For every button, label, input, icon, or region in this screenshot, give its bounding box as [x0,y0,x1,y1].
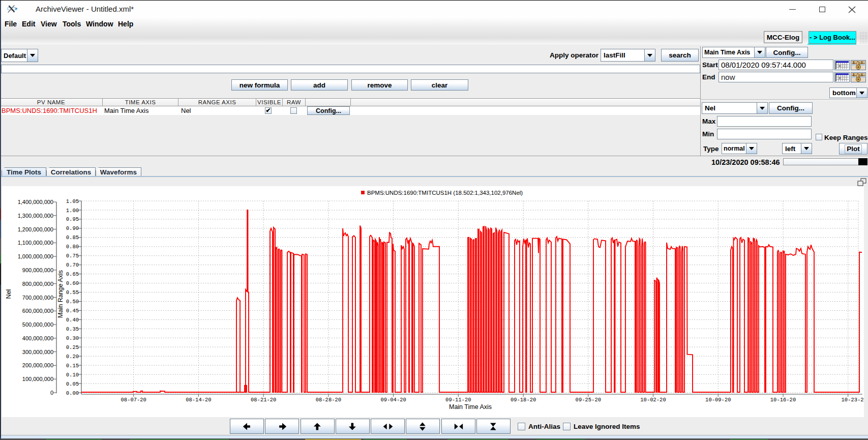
svg-text:0.45: 0.45 [66,308,79,314]
svg-text:08-28-20: 08-28-20 [316,397,341,403]
svg-text:0.55: 0.55 [66,289,79,296]
svg-text:400,000,000: 400,000,000 [22,335,53,341]
svg-text:100,000,000: 100,000,000 [22,376,53,382]
svg-text:500,000,000: 500,000,000 [22,321,53,328]
svg-text:0.90: 0.90 [66,225,79,231]
svg-text:0.05: 0.05 [66,381,79,387]
svg-text:10-16-20: 10-16-20 [770,397,796,403]
svg-text:0.65: 0.65 [66,271,79,277]
svg-text:0.35: 0.35 [66,326,79,332]
svg-text:08-21-20: 08-21-20 [251,397,276,403]
svg-text:10-02-20: 10-02-20 [640,397,666,403]
svg-text:1,400,000,000: 1,400,000,000 [18,199,53,205]
svg-text:0.20: 0.20 [66,354,79,360]
svg-text:09-18-20: 09-18-20 [511,397,536,403]
svg-text:0.95: 0.95 [66,216,79,222]
svg-text:Main Time Axis: Main Time Axis [449,403,492,410]
svg-text:1,100,000,000: 1,100,000,000 [18,240,53,246]
svg-text:1,200,000,000: 1,200,000,000 [18,226,53,232]
svg-text:1.00: 1.00 [66,208,79,214]
svg-text:600,000,000: 600,000,000 [22,308,53,314]
svg-text:08-07-20: 08-07-20 [121,397,146,403]
svg-text:10-23-20: 10-23-20 [841,397,864,403]
svg-text:700,000,000: 700,000,000 [22,295,53,301]
svg-text:0.85: 0.85 [66,234,79,241]
svg-text:0.75: 0.75 [66,253,79,259]
svg-text:0.70: 0.70 [66,262,79,268]
svg-text:1.05: 1.05 [66,198,79,204]
svg-text:800,000,000: 800,000,000 [22,281,53,287]
svg-text:0.60: 0.60 [66,280,79,286]
svg-text:300,000,000: 300,000,000 [22,349,53,355]
svg-text:900,000,000: 900,000,000 [22,267,53,273]
svg-text:09-25-20: 09-25-20 [576,397,601,403]
svg-text:0.25: 0.25 [66,344,79,350]
svg-text:0.00: 0.00 [66,390,79,396]
svg-text:0.80: 0.80 [66,244,79,250]
svg-text:0.30: 0.30 [66,335,79,341]
svg-text:09-04-20: 09-04-20 [380,397,406,403]
svg-text:09-11-20: 09-11-20 [445,397,471,403]
svg-text:0.50: 0.50 [66,299,79,305]
svg-text:1,300,000,000: 1,300,000,000 [18,213,53,219]
svg-text:08-14-20: 08-14-20 [186,397,211,403]
svg-text:Main Range Axis: Main Range Axis [57,270,64,318]
svg-text:200,000,000: 200,000,000 [22,362,53,368]
svg-text:0.10: 0.10 [66,372,79,378]
svg-text:10-09-20: 10-09-20 [705,397,731,403]
svg-text:0: 0 [50,390,53,396]
svg-text:0.15: 0.15 [66,363,79,369]
svg-text:1,000,000,000: 1,000,000,000 [18,253,53,259]
svg-text:BPMS:UNDS:1690:TMITCUS1H (18.5: BPMS:UNDS:1690:TMITCUS1H (18.502:1,343,1… [367,190,523,196]
svg-text:Nel: Nel [5,289,12,299]
svg-text:0.40: 0.40 [66,317,79,323]
